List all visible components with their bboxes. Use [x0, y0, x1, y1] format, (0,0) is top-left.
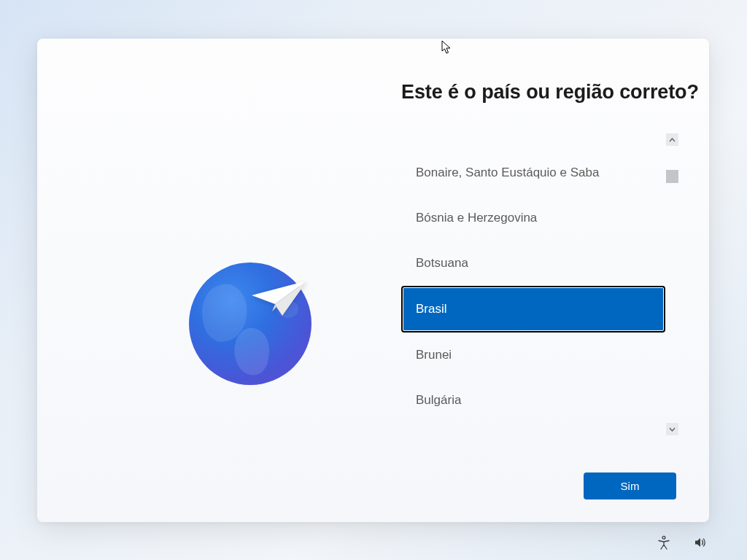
country-label: Botsuana	[416, 256, 468, 271]
scrollbar[interactable]	[666, 133, 678, 435]
volume-icon[interactable]	[693, 535, 708, 550]
country-label: Brunei	[416, 348, 452, 362]
chevron-down-icon[interactable]	[666, 423, 678, 435]
accessibility-icon[interactable]	[657, 535, 671, 550]
chevron-up-icon[interactable]	[666, 133, 678, 146]
country-label: Brasil	[416, 302, 447, 316]
page-title: Este é o país ou região correto?	[401, 81, 709, 104]
taskbar-utilities	[657, 535, 708, 550]
paper-plane-icon	[250, 279, 309, 317]
country-label: Bósnia e Herzegovina	[416, 211, 537, 225]
country-label: Bonaire, Santo Eustáquio e Saba	[416, 166, 599, 180]
country-option[interactable]: Brunei	[401, 332, 665, 378]
yes-button[interactable]: Sim	[584, 472, 676, 499]
svg-point-3	[662, 536, 665, 539]
country-option[interactable]: Bósnia e Herzegovina	[401, 195, 665, 241]
illustration-pane	[37, 39, 369, 522]
oobe-card: Este é o país ou região correto? Bonaire…	[37, 39, 709, 522]
country-option[interactable]: Bonaire, Santo Eustáquio e Saba	[401, 150, 665, 195]
country-option[interactable]: Brasil	[401, 286, 665, 332]
country-option[interactable]: Bulgária	[401, 378, 665, 423]
country-list[interactable]: Bonaire, Santo Eustáquio e SabaBósnia e …	[401, 133, 676, 435]
country-label: Bulgária	[416, 393, 461, 408]
country-option[interactable]: Botsuana	[401, 241, 665, 286]
scrollbar-thumb[interactable]	[666, 170, 678, 183]
content-pane: Este é o país ou região correto? Bonaire…	[369, 39, 709, 522]
